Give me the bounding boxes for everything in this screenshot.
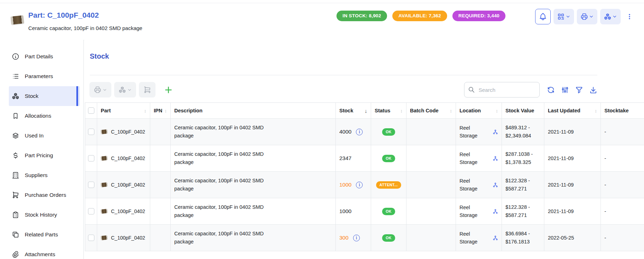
sort-icon[interactable]: ↕ <box>494 108 498 113</box>
sort-icon[interactable]: ↕ <box>593 108 597 113</box>
refresh-icon[interactable] <box>547 86 555 94</box>
sitemap-icon <box>493 235 498 241</box>
part-thumbnail <box>100 156 107 161</box>
sort-icon[interactable]: ↕ <box>448 108 452 113</box>
stock-actions-icon <box>118 86 126 94</box>
part-name: C_100pF_0402 <box>111 235 145 241</box>
last-updated-cell: 2021-11-09 <box>544 119 601 145</box>
stocktake-cell: - <box>601 225 644 251</box>
row-checkbox[interactable] <box>88 182 94 188</box>
row-checkbox[interactable] <box>88 208 94 214</box>
table-row[interactable]: C_100pF_0402 Ceramic capacitor, 100pF in… <box>85 145 644 172</box>
search-icon <box>468 86 475 93</box>
barcode-actions-button[interactable] <box>554 9 574 24</box>
part-name: C_100pF_0402 <box>111 129 145 135</box>
info-icon[interactable]: i <box>353 235 360 241</box>
sidebar-item-part-pricing[interactable]: Part Pricing <box>9 146 80 165</box>
chevron-down-icon <box>612 14 617 19</box>
sidebar-item-attachments[interactable]: Attachments <box>9 245 80 259</box>
stock-operations-button[interactable] <box>114 82 136 98</box>
sidebar-item-label: Stock <box>25 93 39 99</box>
stock-value-cell: $287.1038 - $1,378.325 <box>505 150 540 166</box>
download-icon[interactable] <box>589 86 597 94</box>
info-icon[interactable]: i <box>356 129 363 135</box>
order-stock-button[interactable] <box>139 82 156 98</box>
location-link[interactable]: Reel Storage <box>459 151 482 166</box>
table-row[interactable]: C_100pF_0402 Ceramic capacitor, 100pF in… <box>85 225 644 251</box>
sidebar-item-parameters[interactable]: Parameters <box>9 66 80 86</box>
print-labels-button[interactable] <box>89 82 111 98</box>
stock-actions-button[interactable] <box>600 9 621 24</box>
description-cell: Ceramic capacitor, 100pF in 0402 SMD pac… <box>174 230 277 246</box>
part-thumbnail <box>11 15 24 25</box>
sidebar-item-allocations[interactable]: Allocations <box>9 106 80 126</box>
stock-table: Part↕ IPN↕ Description Stock↓ Status↕ Ba… <box>85 102 644 251</box>
add-stock-button[interactable] <box>160 82 176 98</box>
location-link[interactable]: Reel Storage <box>459 204 482 219</box>
dollar-icon <box>12 152 19 159</box>
filter-icon[interactable] <box>575 86 583 94</box>
column-header-batch-code[interactable]: Batch Code↕ <box>406 103 456 118</box>
location-link[interactable]: Reel Storage <box>459 177 482 193</box>
packages-icon <box>12 92 19 100</box>
table-row[interactable]: C_100pF_0402 Ceramic capacitor, 100pF in… <box>85 172 644 198</box>
column-header-status[interactable]: Status↕ <box>371 103 406 118</box>
sort-icon[interactable]: ↕ <box>398 108 403 113</box>
sidebar-item-label: Attachments <box>25 251 55 258</box>
sidebar-item-stock[interactable]: Stock <box>9 86 80 106</box>
sidebar-item-suppliers[interactable]: Suppliers <box>9 165 80 185</box>
table-row[interactable]: C_100pF_0402 Ceramic capacitor, 100pF in… <box>85 198 644 225</box>
column-header-ipn[interactable]: IPN↕ <box>150 103 171 118</box>
sidebar-item-purchase-orders[interactable]: Purchase Orders <box>9 185 80 205</box>
location-link[interactable]: Reel Storage <box>459 230 482 246</box>
ipn-cell <box>150 198 171 224</box>
row-checkbox[interactable] <box>88 235 94 241</box>
search-input[interactable] <box>478 87 532 93</box>
building-icon <box>12 171 19 179</box>
location-link[interactable]: Reel Storage <box>459 124 482 140</box>
sidebar-item-related-parts[interactable]: Related Parts <box>9 225 80 245</box>
sort-icon[interactable]: ↕ <box>163 108 167 113</box>
info-icon[interactable]: i <box>356 182 363 188</box>
sitemap-icon <box>493 209 498 214</box>
adjustments-icon[interactable] <box>561 86 569 94</box>
part-name: C_100pF_0402 <box>111 182 145 188</box>
copy-icon <box>12 231 19 239</box>
in-stock-badge: IN STOCK: 8,902 <box>336 11 387 21</box>
sidebar-item-label: Stock History <box>25 212 57 218</box>
description-cell: Ceramic capacitor, 100pF in 0402 SMD pac… <box>174 150 277 167</box>
print-actions-button[interactable] <box>577 9 597 24</box>
row-checkbox[interactable] <box>88 155 94 161</box>
select-all-checkbox[interactable] <box>88 107 94 114</box>
sidebar-item-stock-history[interactable]: Stock History <box>9 205 80 225</box>
sidebar-item-label: Parameters <box>25 73 53 80</box>
more-actions-button[interactable] <box>626 9 633 24</box>
row-checkbox[interactable] <box>88 129 94 135</box>
list-icon <box>12 72 19 80</box>
stocktake-cell: - <box>601 119 644 145</box>
column-header-description: Description <box>171 103 336 118</box>
column-header-stock[interactable]: Stock↓ <box>336 103 371 118</box>
stocktake-cell: - <box>601 198 644 224</box>
sidebar-item-label: Used In <box>25 133 43 139</box>
sidebar: Part Details Parameters Stock Allocation… <box>0 40 84 259</box>
notifications-button[interactable] <box>535 9 551 24</box>
info-circle-icon <box>12 53 19 60</box>
sidebar-item-label: Related Parts <box>25 231 58 238</box>
column-header-location[interactable]: Location↕ <box>456 103 502 118</box>
sort-desc-icon[interactable]: ↓ <box>363 108 368 114</box>
column-header-part[interactable]: Part↕ <box>97 103 150 118</box>
sidebar-item-used-in[interactable]: Used In <box>9 126 80 146</box>
column-header-last-updated[interactable]: Last Updated↕ <box>544 103 601 118</box>
sort-icon[interactable]: ↕ <box>142 108 147 113</box>
part-thumbnail <box>100 235 107 240</box>
sidebar-item-part-details[interactable]: Part Details <box>9 47 80 66</box>
stock-quantity: 2347 <box>339 155 351 161</box>
table-row[interactable]: C_100pF_0402 Ceramic capacitor, 100pF in… <box>85 119 644 145</box>
batch-code-cell <box>406 119 456 145</box>
table-toolbar <box>89 82 597 98</box>
bell-icon <box>539 12 547 21</box>
column-header-stocktake: Stocktake <box>601 103 644 118</box>
select-all-header[interactable] <box>85 103 97 118</box>
stock-quantity: 4000 <box>339 129 351 135</box>
